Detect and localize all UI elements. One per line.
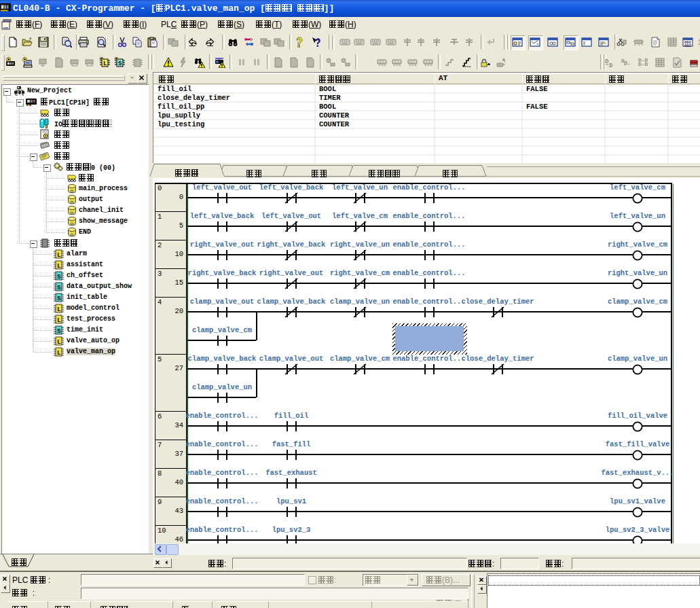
svg-text:L: L xyxy=(57,306,61,313)
svg-text:L: L xyxy=(57,317,61,324)
svg-text:S: S xyxy=(57,273,61,281)
svg-text:S: S xyxy=(57,284,61,291)
svg-text:D-D-: D-D- xyxy=(638,61,648,67)
svg-text:002: 002 xyxy=(684,43,691,48)
svg-text:L: L xyxy=(57,338,61,346)
svg-text:D-: D- xyxy=(624,60,631,67)
svg-text:L: L xyxy=(57,262,61,270)
svg-text:L: L xyxy=(57,251,61,259)
svg-text:S: S xyxy=(57,295,61,302)
svg-text:D: D xyxy=(609,62,613,68)
svg-text:S: S xyxy=(57,327,61,335)
svg-text:S: S xyxy=(118,60,122,67)
svg-text:L: L xyxy=(57,349,61,357)
svg-text:L: L xyxy=(103,60,107,67)
